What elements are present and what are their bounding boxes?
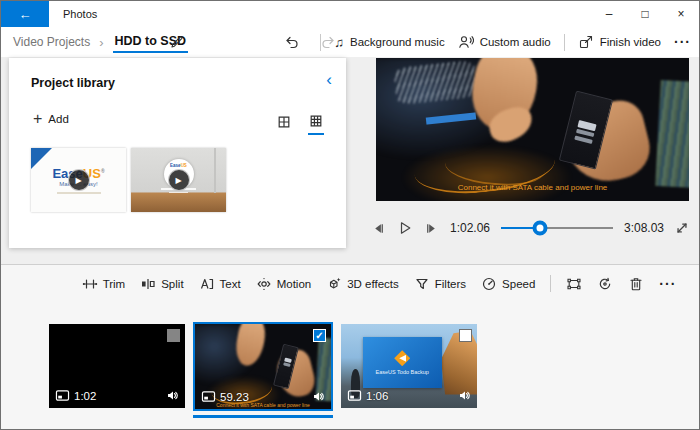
speaker-icon[interactable] (458, 389, 471, 402)
ellipsis-icon: ··· (674, 34, 691, 50)
export-icon (578, 34, 594, 50)
library-thumbnail-easeus-intro[interactable]: EaseUS® Make … easy! ▶ (31, 148, 126, 212)
preview-frame: Connect it with SATA cable and power lin… (376, 58, 689, 201)
storyboard-section: Trim Split Text Motion 3D effects Filter… (1, 264, 699, 430)
total-time: 3:08.03 (624, 221, 664, 235)
video-preview[interactable]: Connect it with SATA cable and power lin… (376, 58, 689, 201)
seek-slider[interactable] (501, 227, 613, 229)
clip-duration: 1:02 (55, 389, 96, 402)
custom-audio-button[interactable]: Custom audio (458, 34, 551, 50)
command-bar-right: ♫ Background music Custom audio Finish v… (320, 27, 691, 57)
playback-controls: 1:02.06 3:08.03 (371, 212, 689, 244)
finish-video-button[interactable]: Finish video (578, 34, 661, 50)
expand-icon (675, 221, 689, 235)
clip-checkbox[interactable] (459, 329, 472, 342)
app-title: Photos (63, 8, 97, 20)
play-button[interactable] (397, 220, 413, 236)
finish-video-label: Finish video (600, 36, 661, 48)
custom-audio-label: Custom audio (480, 36, 551, 48)
clip-checkbox[interactable] (167, 329, 180, 342)
background-music-button[interactable]: ♫ Background music (334, 35, 444, 50)
add-media-button[interactable]: + Add (33, 110, 69, 128)
video-clip-icon (347, 389, 362, 402)
minimize-button[interactable]: – (591, 1, 627, 27)
fullscreen-button[interactable] (675, 221, 689, 235)
divider (320, 34, 321, 51)
wall-edge (214, 148, 216, 193)
previous-frame-button[interactable] (371, 221, 386, 236)
storyboard: 1:02 ✓ 59.23 (1, 265, 699, 430)
easeus-diamond-logo (394, 350, 410, 366)
pencil-icon (169, 34, 185, 50)
grid-large-icon (277, 115, 291, 129)
background-music-label: Background music (350, 36, 445, 48)
close-button[interactable]: × (663, 1, 699, 27)
corner-fold (31, 148, 52, 169)
registered-mark: ® (101, 167, 105, 173)
easeus-intro-slide: EaseUS® Make … easy! ▶ (31, 148, 126, 212)
add-label: Add (48, 113, 68, 125)
undo-icon (283, 34, 299, 50)
photos-app-window: ← Photos – □ × Video Projects › HDD to S… (0, 0, 700, 430)
clip-caption: Connect it with SATA cable and power lin… (197, 402, 329, 408)
large-grid-view-button[interactable] (276, 112, 292, 135)
card-brand-text: EaseUS Todo Backup (375, 369, 428, 375)
storyboard-clip-1[interactable]: 1:02 (49, 324, 185, 408)
maximize-button[interactable]: □ (627, 1, 663, 27)
video-caption: Connect it with SATA cable and power lin… (376, 183, 689, 192)
scene-sleeve (655, 80, 689, 188)
window-controls: – □ × (591, 1, 699, 27)
video-clip-icon (55, 389, 70, 402)
rename-project-button[interactable] (169, 34, 185, 50)
fine-print-bar (169, 192, 188, 194)
library-thumbnail-desk-scene[interactable]: EaseUS ▶ (131, 148, 226, 212)
plus-icon: + (33, 110, 42, 128)
person-voice-icon (458, 34, 474, 50)
breadcrumb-video-projects[interactable]: Video Projects (13, 35, 90, 49)
collapse-panel-button[interactable]: ‹ (326, 70, 332, 90)
clip-duration: 1:06 (347, 389, 388, 402)
next-frame-button[interactable] (424, 221, 439, 236)
see-more-button[interactable]: ··· (674, 34, 691, 50)
view-toggles (276, 112, 324, 135)
current-time: 1:02.06 (450, 221, 490, 235)
chevron-right-icon: › (99, 35, 103, 50)
play-icon (397, 220, 413, 236)
clip-duration-text: 1:06 (366, 390, 388, 402)
project-library-title: Project library (31, 76, 115, 90)
divider (564, 34, 565, 51)
clip-duration-text: 59.23 (220, 391, 249, 403)
fine-print-bar (57, 192, 101, 194)
command-bar: Video Projects › HDD to SSD ♫ Background… (1, 27, 699, 57)
brand-text-blue: Ease (170, 163, 181, 168)
small-grid-view-button[interactable] (308, 112, 324, 135)
breadcrumb: Video Projects › HDD to SSD (13, 27, 188, 57)
desk-scene: EaseUS ▶ (131, 148, 226, 212)
undo-button[interactable] (283, 34, 299, 50)
main-area: Project library ‹ + Add EaseUS® (1, 57, 699, 264)
back-button[interactable]: ← (1, 1, 49, 27)
selected-clip-indicator (193, 415, 333, 418)
easeus-todo-card: EaseUS Todo Backup (363, 337, 442, 387)
music-note-icon: ♫ (334, 35, 344, 50)
storyboard-clip-3[interactable]: EaseUS Todo Backup 1:06 (341, 324, 477, 408)
seek-slider-thumb[interactable] (533, 221, 548, 236)
previous-frame-icon (371, 221, 386, 236)
brand-text-orange: US (181, 163, 187, 168)
speaker-icon[interactable] (166, 389, 179, 402)
titlebar: ← Photos – □ × (1, 1, 699, 27)
play-overlay-icon: ▶ (168, 169, 190, 191)
play-overlay-icon: ▶ (68, 169, 90, 191)
grid-small-icon (309, 114, 323, 128)
storyboard-clip-2-selected[interactable]: ✓ 59.23 Connect it with SATA cable and p… (193, 322, 333, 411)
clip-duration-text: 1:02 (74, 390, 96, 402)
next-frame-icon (424, 221, 439, 236)
clip-checkbox-checked[interactable]: ✓ (313, 329, 326, 342)
project-library-panel: Project library ‹ + Add EaseUS® (9, 58, 346, 248)
